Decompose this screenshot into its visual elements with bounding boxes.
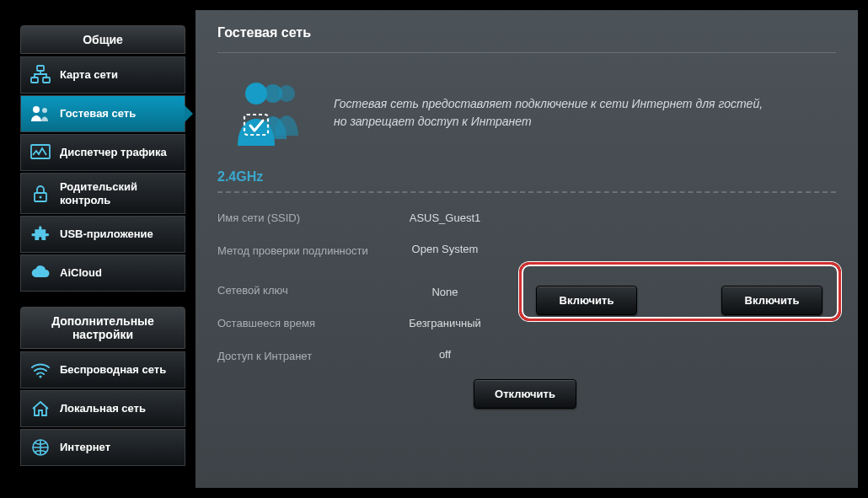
- svg-rect-2: [43, 78, 50, 83]
- hero-section: Гостевая сеть предоставляет подключение …: [217, 75, 836, 151]
- puzzle-icon: [29, 223, 51, 245]
- enable-actions: Включить Включить: [512, 212, 836, 427]
- sidebar-item-network-map[interactable]: Карта сети: [20, 56, 185, 94]
- sidebar-group-general: Общие: [20, 25, 185, 54]
- sidebar-item-traffic-manager[interactable]: Диспетчер трафика: [20, 134, 185, 171]
- lock-icon: [29, 183, 51, 205]
- value-ssid: ASUS_Guest1: [378, 212, 512, 224]
- label-intranet: Доступ к Интранет: [217, 350, 378, 364]
- sidebar-item-label: Локальная сеть: [60, 402, 146, 415]
- settings-values: ASUS_Guest1 Open System None Безграничны…: [378, 212, 512, 427]
- svg-rect-0: [37, 66, 44, 71]
- svg-point-4: [42, 108, 47, 113]
- band-label: 2.4GHz: [217, 169, 836, 193]
- sidebar-item-internet[interactable]: Интернет: [20, 429, 185, 466]
- globe-icon: [29, 436, 51, 458]
- sidebar-item-label: Гостевая сеть: [60, 107, 136, 120]
- hero-description: Гостевая сеть предоставляет подключение …: [334, 95, 763, 131]
- sidebar-item-label: USB-приложение: [60, 228, 153, 241]
- sidebar-item-lan[interactable]: Локальная сеть: [20, 390, 185, 427]
- home-icon: [29, 398, 51, 420]
- guest-hero-icon: [226, 75, 310, 151]
- svg-point-3: [33, 106, 40, 113]
- label-ssid: Имя сети (SSID): [217, 212, 378, 226]
- value-auth: Open System: [378, 243, 512, 255]
- label-key: Сетевой ключ: [217, 284, 378, 298]
- settings-labels: Имя сети (SSID) Метод проверки подлиннос…: [217, 212, 378, 427]
- hero-line1: Гостевая сеть предоставляет подключение …: [334, 97, 763, 110]
- wifi-icon: [29, 359, 51, 381]
- enable-button-2[interactable]: Включить: [721, 286, 822, 315]
- sidebar-item-usb-app[interactable]: USB-приложение: [20, 216, 185, 253]
- main-panel: Гостевая сеть Гостевая сеть предоставляе…: [196, 10, 858, 488]
- sidebar-item-wireless[interactable]: Беспроводная сеть: [20, 351, 185, 388]
- svg-point-8: [39, 376, 41, 378]
- svg-point-7: [40, 195, 42, 198]
- value-time: Безграничный: [378, 317, 512, 329]
- sidebar-item-label: Диспетчер трафика: [60, 146, 167, 159]
- traffic-icon: [29, 142, 51, 163]
- network-settings: Имя сети (SSID) Метод проверки подлиннос…: [217, 212, 836, 427]
- label-time: Оставшееся время: [217, 317, 378, 331]
- enable-button-1[interactable]: Включить: [536, 286, 637, 315]
- sidebar-group-advanced: Дополнительные настройки: [20, 307, 185, 349]
- value-key: None: [378, 286, 512, 298]
- guest-network-icon: [29, 103, 51, 125]
- svg-point-12: [245, 83, 267, 104]
- svg-rect-1: [31, 78, 38, 83]
- sidebar: Общие Карта сети Гостевая сеть Диспетчер…: [10, 10, 196, 488]
- cloud-icon: [29, 262, 51, 284]
- sidebar-item-label: Интернет: [60, 441, 110, 454]
- sidebar-item-label: Беспроводная сеть: [60, 363, 166, 377]
- sidebar-item-label: Карта сети: [60, 68, 118, 82]
- sidebar-item-guest-network[interactable]: Гостевая сеть: [20, 95, 185, 132]
- page-title: Гостевая сеть: [217, 25, 836, 53]
- sidebar-item-parental-control[interactable]: Родительский контроль: [20, 173, 185, 214]
- label-auth: Метод проверки подлинности: [217, 244, 378, 259]
- network-map-icon: [29, 64, 51, 86]
- sidebar-item-label: AiCloud: [60, 266, 102, 280]
- sidebar-item-aicloud[interactable]: AiCloud: [20, 254, 185, 292]
- sidebar-item-label: Родительский контроль: [60, 180, 176, 206]
- hero-line2: но запрещает доступ к Интранет: [334, 115, 532, 128]
- value-intranet: off: [378, 348, 512, 361]
